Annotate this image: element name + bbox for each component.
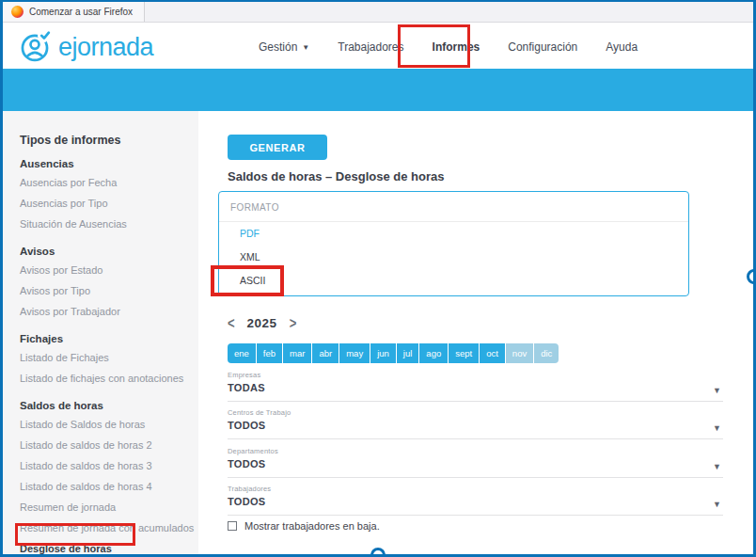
sidebar-item-listado-fichajes-anotaciones[interactable]: Listado de fichajes con anotaciones [20, 368, 189, 389]
empresas-label: Empresas [228, 371, 723, 379]
nav-gestion-label: Gestión [259, 40, 297, 54]
year-navigator: < 2025 > [228, 316, 296, 330]
nav-trabajadores[interactable]: Trabajadores [338, 40, 403, 54]
sidebar-item-ausencias-por-fecha[interactable]: Ausencias por Fecha [20, 172, 189, 193]
sidebar-item-listado-saldos-horas-3[interactable]: Listado de saldos de horas 3 [20, 455, 189, 476]
month-tab-ago[interactable]: ago [419, 343, 448, 363]
browser-tab-title: Comenzar a usar Firefox [29, 7, 133, 17]
departamentos-label: Departamentos [228, 447, 723, 455]
reports-sidebar: Tipos de informes Ausencias Ausencias po… [3, 111, 198, 554]
month-tab-oct[interactable]: oct [480, 343, 505, 363]
app-header: ejornada Gestión ▼ Trabajadores Informes… [3, 24, 753, 71]
ejornada-logo[interactable]: ejornada [18, 30, 153, 64]
report-title: Saldos de horas – Desglose de horas [228, 169, 444, 183]
frame-handle-bottom[interactable] [370, 548, 386, 557]
empresas-value: TODAS [228, 382, 723, 393]
show-inactive-workers-row: Mostrar trabajadores en baja. [228, 520, 380, 532]
sidebar-item-resumen-jornada-acumulados[interactable]: Resumen de jornada con acumulados [20, 517, 189, 538]
month-tab-mar[interactable]: mar [283, 343, 311, 363]
format-option-ascii[interactable]: ASCII [219, 269, 688, 293]
sidebar-item-listado-saldos-horas[interactable]: Listado de Saldos de horas [20, 414, 189, 435]
sidebar-section-saldos-de-horas: Saldos de horas [20, 400, 189, 411]
centros-value: TODOS [228, 420, 723, 431]
centros-label: Centros de Trabajo [228, 408, 723, 417]
year-value: 2025 [247, 316, 277, 330]
month-tab-may[interactable]: may [339, 343, 370, 363]
sidebar-item-desglose-de-horas[interactable]: Desglose de horas [20, 538, 189, 557]
ejornada-logo-icon [18, 30, 52, 64]
sidebar-section-ausencias: Ausencias [20, 158, 189, 169]
sidebar-item-resumen-de-jornada[interactable]: Resumen de jornada [20, 497, 189, 517]
month-tab-nov[interactable]: nov [506, 343, 533, 363]
trabajadores-value: TODOS [228, 496, 723, 507]
month-tab-ene[interactable]: ene [228, 343, 256, 363]
departamentos-select[interactable]: Departamentos TODOS ▼ [228, 447, 723, 478]
format-option-pdf[interactable]: PDF [219, 222, 688, 246]
firefox-icon [11, 6, 24, 18]
show-inactive-workers-checkbox[interactable] [228, 521, 237, 531]
sidebar-section-fichajes: Fichajes [20, 333, 189, 344]
main-nav: Gestión ▼ Trabajadores Informes Configur… [259, 24, 638, 71]
sidebar-item-avisos-por-trabajador[interactable]: Avisos por Trabajador [20, 301, 189, 322]
chevron-down-icon[interactable]: ▼ [713, 500, 721, 509]
logo-wordmark: ejornada [58, 33, 153, 62]
format-dropdown-label: FORMATO [219, 192, 688, 222]
trabajadores-select[interactable]: Trabajadores TODOS ▼ [228, 485, 723, 516]
chevron-down-icon[interactable]: ▼ [713, 386, 721, 395]
nav-gestion[interactable]: Gestión ▼ [259, 40, 309, 54]
month-tab-feb[interactable]: feb [257, 343, 282, 363]
browser-tab[interactable]: Comenzar a usar Firefox [3, 2, 145, 22]
format-option-xml[interactable]: XML [219, 246, 688, 269]
frame-handle-right[interactable] [747, 269, 756, 284]
sidebar-item-listado-saldos-horas-2[interactable]: Listado de saldos de horas 2 [20, 435, 189, 455]
nav-configuracion[interactable]: Configuración [508, 40, 577, 54]
annotated-screenshot-frame: Comenzar a usar Firefox ejornada Gestión… [0, 0, 756, 557]
nav-ayuda[interactable]: Ayuda [606, 40, 638, 54]
browser-tab-strip: Comenzar a usar Firefox [3, 2, 753, 23]
nav-informes[interactable]: Informes [433, 40, 480, 54]
chevron-down-icon[interactable]: ▼ [713, 462, 721, 471]
previous-year-icon[interactable]: < [228, 316, 235, 331]
report-config-panel: GENERAR Saldos de horas – Desglose de ho… [198, 111, 753, 554]
centros-de-trabajo-select[interactable]: Centros de Trabajo TODOS ▼ [228, 408, 723, 439]
sidebar-item-avisos-por-estado[interactable]: Avisos por Estado [20, 260, 189, 280]
header-accent-band [3, 69, 753, 111]
departamentos-value: TODOS [228, 458, 723, 469]
sidebar-item-listado-de-fichajes[interactable]: Listado de Fichajes [20, 347, 189, 368]
next-year-icon[interactable]: > [290, 316, 297, 331]
month-tab-jun[interactable]: jun [370, 343, 396, 363]
chevron-down-icon: ▼ [302, 43, 309, 52]
trabajadores-label: Trabajadores [228, 485, 723, 493]
month-tab-jul[interactable]: jul [397, 343, 419, 363]
sidebar-section-avisos: Avisos [20, 246, 189, 257]
sidebar-title: Tipos de informes [20, 134, 189, 147]
sidebar-item-ausencias-por-tipo[interactable]: Ausencias por Tipo [20, 193, 189, 214]
month-selector: ene feb mar abr may jun jul ago sept oct… [228, 343, 559, 363]
generate-button[interactable]: GENERAR [228, 135, 327, 160]
format-dropdown-open: FORMATO PDF XML ASCII [218, 191, 689, 296]
month-tab-sept[interactable]: sept [449, 343, 479, 363]
show-inactive-workers-label: Mostrar trabajadores en baja. [244, 520, 380, 532]
sidebar-item-listado-saldos-horas-4[interactable]: Listado de saldos de horas 4 [20, 476, 189, 497]
empresas-select[interactable]: Empresas TODAS ▼ [228, 371, 723, 402]
sidebar-item-situacion-de-ausencias[interactable]: Situación de Ausencias [20, 214, 189, 234]
sidebar-item-avisos-por-tipo[interactable]: Avisos por Tipo [20, 280, 189, 301]
month-tab-abr[interactable]: abr [312, 343, 339, 363]
chevron-down-icon[interactable]: ▼ [713, 423, 721, 433]
month-tab-dic[interactable]: dic [534, 343, 559, 363]
